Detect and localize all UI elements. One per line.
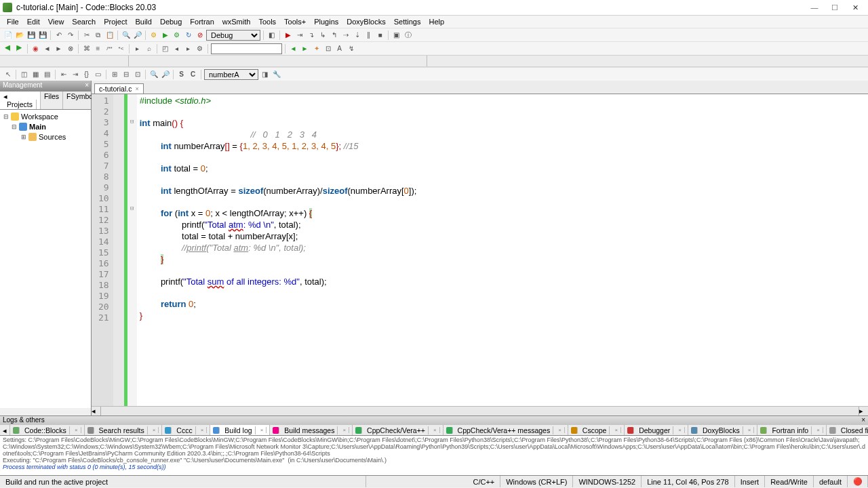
block-cond-icon[interactable]: ⊟ xyxy=(121,69,131,79)
doxy-run-icon[interactable]: ▸ xyxy=(132,43,142,54)
jump-back-icon[interactable]: ⯇ xyxy=(3,43,13,54)
hl-mark-icon[interactable]: ✦ xyxy=(311,43,321,54)
menu-toolsplus[interactable]: Tools+ xyxy=(280,18,310,26)
doxy-chm-icon[interactable]: ◰ xyxy=(160,43,170,54)
log-tab-buildmsg[interactable]: Build messages× xyxy=(270,425,353,435)
redo-icon[interactable]: ↷ xyxy=(65,30,75,40)
fold-margin[interactable]: ⊟⊟ xyxy=(127,94,137,406)
next-instr-icon[interactable]: ⇢ xyxy=(340,30,351,40)
menu-fortran[interactable]: Fortran xyxy=(186,18,218,26)
run-to-cursor-icon[interactable]: ⇥ xyxy=(294,30,304,40)
bold-s-icon[interactable]: S xyxy=(176,69,186,79)
show-diag-icon[interactable]: ▦ xyxy=(31,69,41,79)
log-body[interactable]: Settings: C:\Program Files\CodeBlocks\Mi… xyxy=(0,436,868,475)
toggle-bookmark-icon[interactable]: ◧ xyxy=(267,30,277,40)
menu-settings[interactable]: Settings xyxy=(390,18,425,26)
menu-wxsmith[interactable]: wxSmith xyxy=(218,18,255,26)
doxy-line-icon[interactable]: ≡ xyxy=(93,43,103,54)
toggle-src-icon[interactable]: ◫ xyxy=(19,69,29,79)
menu-search[interactable]: Search xyxy=(68,18,100,26)
info-icon[interactable]: ⓘ xyxy=(403,30,413,40)
tree-workspace[interactable]: ⊟Workspace xyxy=(1,111,90,121)
next-line-icon[interactable]: ↴ xyxy=(306,30,316,40)
break-debug-icon[interactable]: ‖ xyxy=(363,30,374,40)
tree-project[interactable]: ⊟Main xyxy=(1,121,90,131)
doxy-html-icon[interactable]: ⌕ xyxy=(144,43,154,54)
maximize-button[interactable]: ☐ xyxy=(825,1,845,14)
zoom-in-icon[interactable]: 🔍 xyxy=(149,69,159,79)
menu-build[interactable]: Build xyxy=(131,18,155,26)
menu-project[interactable]: Project xyxy=(100,18,131,26)
scope-left[interactable] xyxy=(0,56,129,66)
close-button[interactable]: ✕ xyxy=(845,1,865,14)
paste-icon[interactable]: 📋 xyxy=(104,30,115,40)
show-diag2-icon[interactable]: ▤ xyxy=(42,69,52,79)
refresh-c-icon[interactable]: C xyxy=(188,69,198,79)
code-editor[interactable]: 123456789101112131415161718192021 ⊟⊟ #in… xyxy=(92,94,868,406)
editor-tab-close-icon[interactable]: × xyxy=(135,85,138,92)
sel-brace-icon[interactable]: {} xyxy=(81,69,92,79)
indent-more-icon[interactable]: ⇥ xyxy=(70,69,80,79)
log-tab-buildlog[interactable]: Build log× xyxy=(210,425,270,435)
stop-debug-icon[interactable]: ■ xyxy=(375,30,385,40)
replace-icon[interactable]: 🔎 xyxy=(132,30,142,40)
hl-fwd-icon[interactable]: ► xyxy=(300,43,310,54)
find-icon[interactable]: 🔍 xyxy=(121,30,131,40)
clear-bkpt-icon[interactable]: ⊗ xyxy=(65,43,75,54)
log-tab-cppcheck[interactable]: CppCheck/Vera++× xyxy=(353,425,443,435)
doxy-cmt-icon[interactable]: /** xyxy=(104,43,115,54)
doxy-next-icon[interactable]: ▸ xyxy=(183,43,193,54)
editor-hscroll[interactable]: ◂▸ xyxy=(92,406,868,415)
management-close-icon[interactable]: × xyxy=(85,81,89,89)
log-tab-debugger[interactable]: Debugger× xyxy=(625,425,688,435)
step-instr-icon[interactable]: ⇣ xyxy=(352,30,362,40)
abort-icon[interactable]: ⊘ xyxy=(195,30,205,40)
search-input[interactable] xyxy=(211,43,282,54)
code-area[interactable]: #include <stdio.h> int main() { // 0 1 2… xyxy=(137,94,420,406)
marker-margin[interactable] xyxy=(113,94,124,406)
undo-icon[interactable]: ↶ xyxy=(54,30,64,40)
tree-sources[interactable]: ⊞Sources xyxy=(1,131,90,142)
scope-right[interactable] xyxy=(129,56,427,66)
log-tab-codeblocks[interactable]: Code::Blocks× xyxy=(10,425,85,435)
tab-files[interactable]: Files xyxy=(41,92,63,109)
log-tab-closedfiles[interactable]: Closed files list× xyxy=(827,425,868,435)
hl-opt1-icon[interactable]: ⊡ xyxy=(323,43,333,54)
rebuild-icon[interactable]: ↻ xyxy=(183,30,193,40)
select-icon[interactable]: ↖ xyxy=(3,69,13,79)
menu-doxyblocks[interactable]: DoxyBlocks xyxy=(342,18,389,26)
copy-icon[interactable]: ⧉ xyxy=(93,30,103,40)
debug-start-icon[interactable]: ▶ xyxy=(283,30,293,40)
build-run-icon[interactable]: ⚙ xyxy=(172,30,182,40)
save-icon[interactable]: 💾 xyxy=(26,30,36,40)
tab-projects[interactable]: ◂ Projects xyxy=(0,92,41,109)
project-tree[interactable]: ⊟Workspace ⊟Main ⊞Sources xyxy=(0,110,91,408)
step-into-icon[interactable]: ↳ xyxy=(317,30,328,40)
doxy-gear-icon[interactable]: ⚙ xyxy=(195,43,205,54)
zoom-out-icon[interactable]: 🔎 xyxy=(160,69,170,79)
save-all-icon[interactable]: 💾 xyxy=(37,30,47,40)
doxy-prev-icon[interactable]: ◂ xyxy=(172,43,182,54)
menu-help[interactable]: Help xyxy=(425,18,448,26)
log-tab-fortran[interactable]: Fortran info× xyxy=(757,425,826,435)
menu-plugins[interactable]: Plugins xyxy=(310,18,342,26)
hl-opt3-icon[interactable]: ↯ xyxy=(346,43,356,54)
refactor-icon[interactable]: 🔧 xyxy=(271,69,281,79)
menu-file[interactable]: File xyxy=(3,18,23,26)
log-tab-search[interactable]: Search results× xyxy=(85,425,163,435)
editor-tab-ctutorial[interactable]: c-tutorial.c× xyxy=(94,83,144,94)
doxy-cmt2-icon[interactable]: *< xyxy=(116,43,126,54)
hl-back-icon[interactable]: ◄ xyxy=(288,43,298,54)
doxy-block-icon[interactable]: ⌘ xyxy=(81,43,92,54)
block-instr-icon[interactable]: ⊞ xyxy=(109,69,119,79)
indent-less-icon[interactable]: ⇤ xyxy=(58,69,68,79)
log-tab-doxyblocks[interactable]: DoxyBlocks× xyxy=(688,425,758,435)
symbol-combo[interactable]: numberA xyxy=(204,69,258,80)
logs-prev-icon[interactable]: ◂ xyxy=(0,425,10,435)
menu-view[interactable]: View xyxy=(44,18,68,26)
new-file-icon[interactable]: 📄 xyxy=(3,30,13,40)
logs-close-icon[interactable]: × xyxy=(861,416,865,424)
jump-fwd-icon[interactable]: ⯈ xyxy=(14,43,24,54)
run-icon[interactable]: ▶ xyxy=(160,30,170,40)
step-out-icon[interactable]: ↰ xyxy=(329,30,339,40)
